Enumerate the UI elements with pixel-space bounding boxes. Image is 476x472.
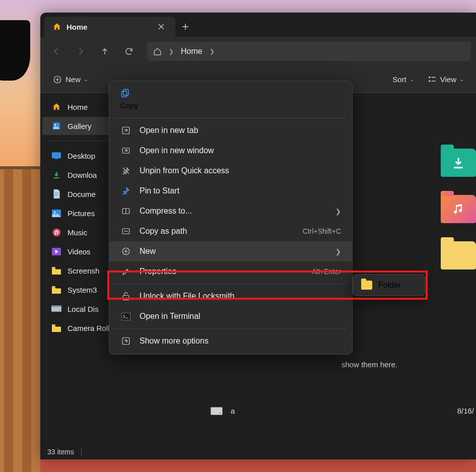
- tab-home[interactable]: Home: [44, 17, 175, 37]
- folder-downloads-large[interactable]: [441, 149, 476, 177]
- download-icon: [51, 170, 61, 180]
- plus-circle-icon: [52, 75, 62, 85]
- new-button[interactable]: New ⌄: [47, 72, 93, 88]
- new-tab-icon: [120, 126, 131, 135]
- file-detail-row[interactable]: a 8/16/: [211, 407, 476, 415]
- recent-files-hint: show them here.: [342, 360, 397, 369]
- sidebar-item-label: Music: [67, 228, 87, 237]
- submenu-item-label: Folder: [378, 281, 401, 290]
- svg-rect-13: [51, 307, 61, 312]
- copy-path-icon: [120, 227, 131, 236]
- menu-show-more-options[interactable]: Show more options: [109, 331, 352, 351]
- desktop-icon: [51, 151, 61, 161]
- menu-shortcut: Alt+Enter: [312, 267, 341, 276]
- sort-button[interactable]: Sort ⌄: [387, 72, 419, 87]
- menu-item-label: Copy as path: [140, 227, 295, 236]
- copy-icon[interactable]: [120, 88, 130, 98]
- home-icon: [52, 22, 61, 31]
- sidebar-item-label: Camera Roll: [67, 324, 109, 332]
- svg-rect-7: [52, 152, 61, 158]
- submenu-folder[interactable]: Folder: [355, 277, 423, 294]
- folder-icon: [51, 285, 61, 295]
- view-button-label: View: [440, 75, 456, 84]
- menu-open-terminal[interactable]: Open in Terminal: [109, 306, 352, 326]
- view-icon: [427, 75, 437, 85]
- item-count: 33 items: [47, 448, 74, 456]
- chevron-right-icon: ❯: [335, 208, 341, 215]
- menu-pin-to-start[interactable]: Pin to Start: [109, 181, 352, 201]
- menu-separator: [114, 118, 347, 118]
- unpin-icon: [120, 166, 131, 175]
- chevron-right-icon: ❯: [169, 48, 174, 55]
- menu-item-label: Compress to...: [140, 207, 327, 216]
- pin-icon: [120, 186, 131, 195]
- folder-generic-large[interactable]: [441, 241, 476, 269]
- menu-item-label: Open in new tab: [140, 126, 341, 135]
- svg-rect-16: [123, 90, 128, 96]
- menu-separator: [114, 328, 347, 329]
- drive-icon: [51, 304, 61, 314]
- refresh-button[interactable]: [118, 41, 140, 61]
- sidebar-item-label: Desktop: [67, 152, 95, 160]
- navigation-bar: ❯ Home ❯: [40, 37, 476, 66]
- address-bar[interactable]: ❯ Home ❯: [147, 42, 471, 61]
- chevron-right-icon[interactable]: ❯: [210, 48, 215, 55]
- terminal-icon: [120, 313, 131, 320]
- more-options-icon: [120, 336, 131, 346]
- status-divider: [81, 448, 82, 456]
- menu-unpin-quick-access[interactable]: Unpin from Quick access: [109, 161, 352, 181]
- tab-title: Home: [66, 23, 149, 31]
- menu-open-new-window[interactable]: Open in new window: [109, 141, 352, 161]
- menu-item-label: New: [140, 247, 327, 256]
- music-icon: [51, 227, 61, 237]
- svg-rect-1: [429, 77, 430, 78]
- menu-separator: [114, 284, 347, 284]
- plus-circle-icon: [120, 247, 131, 256]
- menu-item-label: Pin to Start: [140, 186, 341, 195]
- quick-access-folders: [441, 149, 476, 269]
- svg-point-11: [52, 228, 60, 236]
- sidebar-item-label: Docume: [67, 190, 96, 198]
- menu-copy-as-path[interactable]: Copy as pathCtrl+Shift+C: [109, 221, 352, 241]
- sidebar-item-label: System3: [67, 286, 97, 294]
- menu-unlock-locksmith[interactable]: Unlock with File Locksmith: [109, 286, 352, 306]
- home-icon: [51, 102, 61, 112]
- drive-icon: [211, 407, 223, 415]
- new-window-icon: [120, 146, 131, 155]
- sort-button-label: Sort: [392, 75, 406, 84]
- folder-icon: [361, 281, 372, 290]
- up-button[interactable]: [94, 41, 116, 61]
- menu-open-new-tab[interactable]: Open in new tab: [109, 120, 352, 141]
- pictures-icon: [51, 208, 61, 218]
- tab-strip: Home: [40, 13, 476, 37]
- file-name: a: [231, 407, 235, 415]
- menu-compress-to[interactable]: Compress to...❯: [109, 201, 352, 221]
- folder-music-large[interactable]: [441, 195, 476, 223]
- folder-icon: [51, 265, 61, 276]
- svg-rect-24: [121, 313, 130, 320]
- new-tab-button[interactable]: [175, 17, 195, 37]
- context-menu-toolbar: Copy: [109, 84, 352, 116]
- menu-properties[interactable]: PropertiesAlt+Enter: [109, 261, 352, 282]
- svg-point-6: [54, 124, 56, 125]
- file-date: 8/16/: [457, 407, 474, 415]
- view-button[interactable]: View ⌄: [422, 72, 469, 88]
- chevron-down-icon: ⌄: [410, 76, 414, 83]
- svg-rect-3: [431, 77, 435, 78]
- new-submenu: Folder: [353, 274, 425, 296]
- menu-new[interactable]: New❯: [109, 241, 352, 261]
- close-tab-button[interactable]: [154, 20, 168, 34]
- sidebar-item-label: Gallery: [67, 122, 92, 130]
- chevron-down-icon: ⌄: [84, 76, 88, 83]
- svg-rect-4: [431, 81, 435, 82]
- forward-button[interactable]: [70, 41, 92, 61]
- menu-item-label: Show more options: [140, 336, 341, 346]
- back-button[interactable]: [45, 41, 67, 61]
- menu-item-label: Unlock with File Locksmith: [140, 292, 341, 301]
- sidebar-item-label: Pictures: [67, 209, 95, 218]
- svg-rect-14: [51, 305, 61, 307]
- context-menu: Copy Open in new tab Open in new window …: [109, 81, 353, 355]
- gallery-icon: [51, 121, 61, 131]
- lock-icon: [120, 292, 131, 301]
- sidebar-item-label: Downloa: [67, 171, 97, 179]
